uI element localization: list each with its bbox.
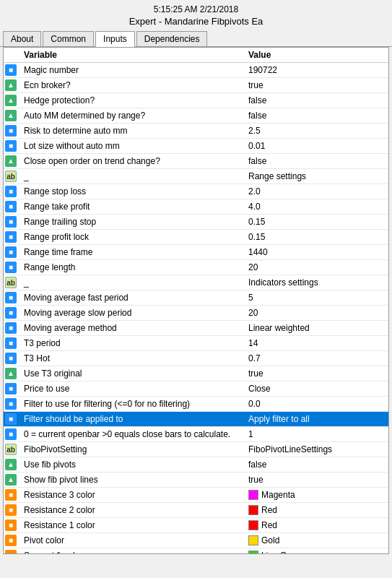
- table-row[interactable]: ■Magic number190722: [4, 63, 388, 78]
- row-icon: ■: [4, 427, 19, 442]
- row-variable: Price to use: [19, 381, 244, 397]
- table-row[interactable]: ■Moving average slow period20: [4, 306, 388, 321]
- inputs-table: Variable Value ■Magic number190722▲Ecn b…: [4, 48, 388, 553]
- row-variable: Ecn broker?: [19, 78, 244, 93]
- row-variable: Support 1 color: [19, 548, 244, 554]
- row-value: 20: [244, 260, 388, 275]
- table-row[interactable]: ■Range profit lock0.15: [4, 230, 388, 245]
- table-row[interactable]: ■0 = current openbar >0 equals close bar…: [4, 427, 388, 442]
- row-variable: Filter to use for filtering (<=0 for no …: [19, 397, 244, 412]
- value-icon: ■: [5, 353, 17, 364]
- arrow-icon: ▲: [5, 459, 17, 470]
- row-value: false: [244, 93, 388, 108]
- table-row[interactable]: ■Pivot colorGold: [4, 533, 388, 548]
- row-value: 20: [244, 306, 388, 321]
- table-row[interactable]: ■Risk to determine auto mm2.5: [4, 124, 388, 139]
- table-row[interactable]: ■Moving average methodLinear weighted: [4, 321, 388, 336]
- col-icon-header: [4, 48, 19, 63]
- row-icon: ■: [4, 290, 19, 306]
- color-swatch: [248, 520, 258, 530]
- tab-inputs[interactable]: Inputs: [95, 31, 135, 47]
- row-icon: ▲: [4, 154, 19, 169]
- table-row[interactable]: ▲Show fib pivot linestrue: [4, 473, 388, 488]
- ab-icon: ab: [5, 277, 17, 288]
- table-row[interactable]: ■Moving average fast period5: [4, 290, 388, 306]
- value-icon: ■: [5, 246, 17, 258]
- table-container[interactable]: Variable Value ■Magic number190722▲Ecn b…: [4, 48, 388, 553]
- tab-common[interactable]: Common: [43, 31, 94, 46]
- table-row[interactable]: ▲Hedge protection?false: [4, 93, 388, 108]
- value-icon: ■: [5, 262, 17, 273]
- table-row[interactable]: ■Support 1 colorLimeGreen: [4, 548, 388, 554]
- table-row[interactable]: abFiboPivotSettingFiboPivotLineSettings: [4, 442, 388, 457]
- color-icon: ■: [5, 535, 17, 546]
- row-icon: ■: [4, 184, 19, 199]
- row-variable: Magic number: [19, 63, 244, 78]
- table-row[interactable]: ab_Indicators settings: [4, 275, 388, 290]
- table-row[interactable]: ab_Range settings: [4, 169, 388, 184]
- row-variable: Range take profit: [19, 199, 244, 215]
- table-row[interactable]: ■Range length20: [4, 260, 388, 275]
- row-icon: ■: [4, 199, 19, 215]
- table-row[interactable]: ■Resistance 3 colorMagenta: [4, 488, 388, 503]
- row-variable: Use fib pivots: [19, 457, 244, 473]
- value-icon: ■: [5, 125, 17, 137]
- table-row[interactable]: ■Filter should be applied toApply filter…: [4, 412, 388, 427]
- row-icon: ▲: [4, 366, 19, 381]
- row-value: true: [244, 78, 388, 93]
- value-icon: ■: [5, 201, 17, 212]
- table-row[interactable]: ■Resistance 2 colorRed: [4, 503, 388, 518]
- row-variable: Risk to determine auto mm: [19, 124, 244, 139]
- row-value: false: [244, 457, 388, 473]
- row-variable: _: [19, 169, 244, 184]
- table-row[interactable]: ■Range trailing stop0.15: [4, 215, 388, 230]
- table-row[interactable]: ▲Auto MM determined by range?false: [4, 108, 388, 124]
- arrow-icon: ▲: [5, 155, 17, 167]
- row-icon: ■: [4, 412, 19, 427]
- tab-dependencies[interactable]: Dependencies: [136, 31, 208, 46]
- row-value: Red: [244, 503, 388, 518]
- col-value-header: Value: [244, 48, 388, 63]
- row-variable: Lot size without auto mm: [19, 139, 244, 154]
- row-icon: ■: [4, 245, 19, 260]
- table-row[interactable]: ■Lot size without auto mm0.01: [4, 139, 388, 154]
- row-variable: Hedge protection?: [19, 93, 244, 108]
- row-value: Close: [244, 381, 388, 397]
- table-row[interactable]: ■Range take profit4.0: [4, 199, 388, 215]
- row-variable: Moving average slow period: [19, 306, 244, 321]
- row-value: 0.15: [244, 215, 388, 230]
- row-variable: Show fib pivot lines: [19, 473, 244, 488]
- row-variable: _: [19, 275, 244, 290]
- row-variable: Range profit lock: [19, 230, 244, 245]
- row-value: 0.0: [244, 397, 388, 412]
- row-value: 5: [244, 290, 388, 306]
- value-icon: ■: [5, 216, 17, 228]
- table-row[interactable]: ■T3 period14: [4, 336, 388, 351]
- ab-icon: ab: [5, 171, 17, 182]
- table-row[interactable]: ■T3 Hot0.7: [4, 351, 388, 366]
- row-value: LimeGreen: [244, 548, 388, 554]
- color-icon: ■: [5, 550, 17, 553]
- row-value: Linear weighted: [244, 321, 388, 336]
- row-variable: Use T3 original: [19, 366, 244, 381]
- table-row[interactable]: ■Resistance 1 colorRed: [4, 518, 388, 533]
- row-icon: ab: [4, 169, 19, 184]
- row-variable: Pivot color: [19, 533, 244, 548]
- row-icon: ▲: [4, 108, 19, 124]
- table-row[interactable]: ▲Close open order on trend change?false: [4, 154, 388, 169]
- tab-about[interactable]: About: [3, 31, 41, 46]
- table-row[interactable]: ▲Use T3 originaltrue: [4, 366, 388, 381]
- table-row[interactable]: ■Range stop loss2.0: [4, 184, 388, 199]
- table-row[interactable]: ▲Ecn broker?true: [4, 78, 388, 93]
- table-row[interactable]: ■Filter to use for filtering (<=0 for no…: [4, 397, 388, 412]
- table-row[interactable]: ■Range time frame1440: [4, 245, 388, 260]
- row-value: 190722: [244, 63, 388, 78]
- row-icon: ▲: [4, 78, 19, 93]
- row-value: 1440: [244, 245, 388, 260]
- table-row[interactable]: ▲Use fib pivotsfalse: [4, 457, 388, 473]
- color-icon: ■: [5, 504, 17, 516]
- row-variable: Resistance 1 color: [19, 518, 244, 533]
- table-row[interactable]: ■Price to useClose: [4, 381, 388, 397]
- value-icon: ■: [5, 398, 17, 410]
- row-value: false: [244, 154, 388, 169]
